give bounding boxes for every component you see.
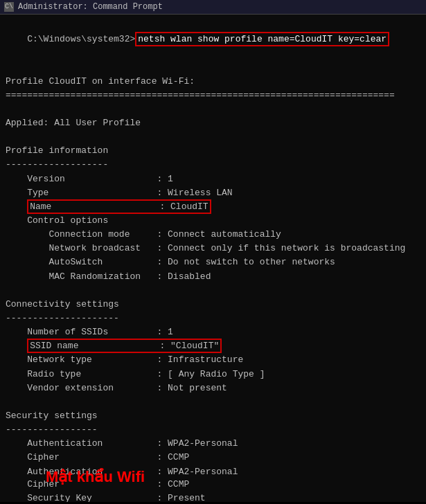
net-broadcast-line: Network broadcast : Connect only if this… (6, 242, 420, 255)
security-settings-title: Security settings (6, 409, 420, 423)
blank1 (6, 60, 420, 74)
prompt-text: C:\Windows\system32> (27, 34, 135, 44)
blank2 (6, 102, 420, 116)
overlay-container: Authentication : WPA2-Personal Cipher : … (6, 465, 420, 492)
title-text: Administrator: Command Prompt (18, 2, 163, 12)
type-line: Type : Wireless LAN (6, 186, 420, 200)
vendor-ext-line: Vendor extension : Not present (6, 381, 420, 395)
net-type-line: Network type : Infrastructure (6, 353, 420, 367)
control-line: Control options (6, 214, 420, 228)
autoswitch-line: AutoSwitch : Do not switch to other netw… (6, 255, 420, 269)
applied-line: Applied: All User Profile (6, 116, 420, 130)
blank5 (6, 395, 420, 409)
name-line: Name : CloudIT (6, 200, 420, 214)
cipher1-line: Cipher : CCMP (6, 451, 420, 465)
sec-key-line: Security Key : Present (6, 492, 420, 503)
ssid-box: SSID name : "CloudIT" (27, 339, 222, 353)
prompt-line: C:\Windows\system32>netsh wlan show prof… (6, 19, 420, 60)
separator1: ========================================… (6, 89, 420, 102)
conn-settings-title: Connectivity settings (6, 298, 420, 312)
profile-sep: ------------------- (6, 158, 420, 172)
name-box: Name : CloudIT (27, 199, 211, 214)
mat-khau-overlay: Mật khẩu Wifi (46, 465, 145, 489)
num-ssids-line: Number of SSIDs : 1 (6, 325, 420, 339)
auth1-line: Authentication : WPA2-Personal (6, 437, 420, 451)
title-bar: C\ Administrator: Command Prompt (0, 0, 426, 15)
ssid-name-line: SSID name : "CloudIT" (6, 339, 420, 353)
version-line: Version : 1 (6, 172, 420, 186)
conn-mode-line: Connection mode : Connect automatically (6, 228, 420, 242)
blank3 (6, 130, 420, 144)
cmd-icon: C\ (4, 2, 14, 12)
radio-type-line: Radio type : [ Any Radio Type ] (6, 368, 420, 381)
conn-sep: --------------------- (6, 312, 420, 325)
command-text: netsh wlan show profile name=CloudIT key… (135, 32, 389, 46)
profile-header: Profile CloudIT on interface Wi-Fi: (6, 75, 420, 89)
security-sep: ----------------- (6, 423, 420, 437)
blank4 (6, 284, 420, 298)
mat-khau-text: Mật khẩu Wifi (46, 468, 145, 485)
mac-rand-line: MAC Randomization : Disabled (6, 270, 420, 284)
terminal-window: C:\Windows\system32>netsh wlan show prof… (0, 15, 426, 502)
profile-info-title: Profile information (6, 144, 420, 158)
